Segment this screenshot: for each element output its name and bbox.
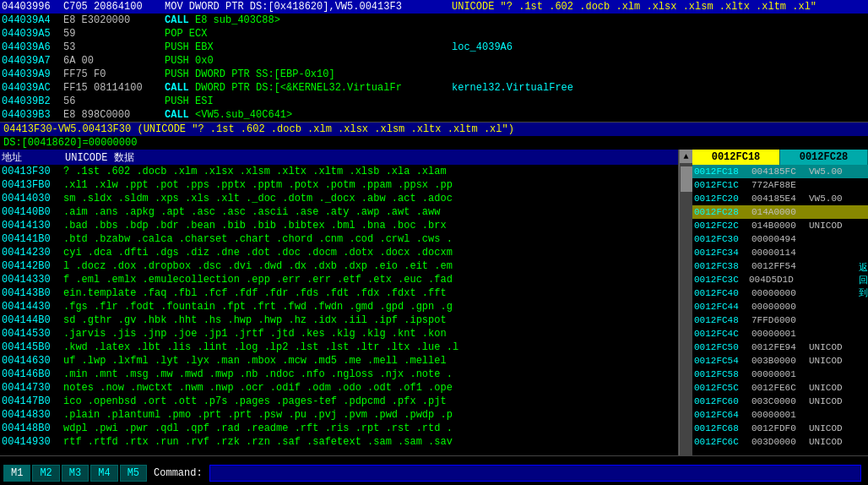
mem-row[interactable]: 0012FC64 00000001 bbox=[692, 408, 868, 422]
unicode-row-data: .jarvis .jis .jnp .joe .jp1 .jrtf .jtd .… bbox=[63, 328, 678, 340]
unicode-row-data: .plain .plantuml .pmo .prt .prt .psw .pu… bbox=[63, 409, 678, 421]
unicode-row[interactable]: 00414630uf .lwp .lxfml .lyt .lyx .man .m… bbox=[0, 354, 678, 368]
disasm-row-6[interactable]: 044039AC FF15 08114100 CALL DWORD PTR DS… bbox=[0, 81, 868, 95]
unicode-row[interactable]: 00413FB0.xl1 .xlw .ppt .pot .pps .pptx .… bbox=[0, 178, 678, 192]
unicode-row-addr: 004141B0 bbox=[0, 233, 63, 245]
unicode-row-addr: 00414130 bbox=[0, 220, 63, 232]
tab-bar: M1M2M3M4M5 bbox=[0, 456, 147, 485]
mem-addr: 0012FC50 bbox=[692, 342, 751, 352]
unicode-row-addr: 00414430 bbox=[0, 301, 63, 313]
unicode-row-addr: 00414830 bbox=[0, 409, 63, 421]
disasm-addr-5: 044039A9 bbox=[0, 68, 63, 80]
mem-row[interactable]: 0012FC40 00000000 bbox=[692, 286, 868, 300]
mem-addr: 0012FC28 bbox=[692, 207, 751, 217]
disasm-row-2[interactable]: 044039A5 59 POP ECX bbox=[0, 27, 868, 41]
mem-row[interactable]: 0012FC34 00000114 bbox=[692, 246, 868, 259]
unicode-row-data: wdpl .pwi .pwr .qdl .qpf .rad .readme .r… bbox=[63, 422, 678, 434]
disasm-bytes-3: 53 bbox=[63, 41, 165, 53]
unicode-row[interactable]: 00413F30? .1st .602 .docb .xlm .xlsx .xl… bbox=[0, 165, 678, 178]
unicode-row[interactable]: 004148B0wdpl .pwi .pwr .qdl .qpf .rad .r… bbox=[0, 422, 678, 435]
tab-m3[interactable]: M3 bbox=[62, 465, 89, 482]
mem-row[interactable]: 0012FC6C 003D0000 UNICOD bbox=[692, 435, 868, 449]
scroll-up-arrow[interactable]: ▲ bbox=[680, 150, 693, 163]
mem-row[interactable]: 0012FC50 0012FE94 UNICOD bbox=[692, 341, 868, 354]
unicode-row[interactable]: 004141B0.btd .bzabw .calca .charset .cha… bbox=[0, 232, 678, 246]
unicode-row[interactable]: 00414330f .eml .emlx .emulecollection .e… bbox=[0, 273, 678, 286]
mem-row[interactable]: 0012FC3C 004D5D1D 返回到 bbox=[692, 273, 868, 286]
mem-val1: 00000001 bbox=[751, 329, 809, 339]
unicode-panel: 地址 UNICODE 数据 00413F30? .1st .602 .docb … bbox=[0, 150, 679, 455]
mem-row[interactable]: 0012FC5C 0012FE6C UNICOD bbox=[692, 381, 868, 395]
unicode-row-addr: 004148B0 bbox=[0, 422, 63, 434]
mem-row[interactable]: 0012FC38 0012FF54 bbox=[692, 259, 868, 273]
mem-addr: 0012FC18 bbox=[692, 166, 751, 177]
mem-row[interactable]: 0012FC44 00000000 bbox=[692, 300, 868, 313]
unicode-row[interactable]: 004140B0.aim .ans .apkg .apt .asc .asc .… bbox=[0, 205, 678, 219]
mem-val1: 00000000 bbox=[751, 302, 809, 312]
disasm-row-4[interactable]: 044039A7 6A 00 PUSH 0x0 bbox=[0, 54, 868, 68]
mem-addr: 0012FC20 bbox=[692, 193, 751, 204]
info-bar-1: 04413F30-VW5.00413F30 (UNICODE "? .1st .… bbox=[0, 123, 868, 136]
mem-val2: UNICOD bbox=[809, 437, 866, 447]
mem-row[interactable]: 0012FC18 004185FC VW5.00 bbox=[692, 165, 868, 178]
mem-row[interactable]: 0012FC28 014A0000 bbox=[692, 205, 868, 219]
unicode-row[interactable]: 004146B0.min .mnt .msg .mw .mwd .mwp .nb… bbox=[0, 368, 678, 381]
unicode-row[interactable]: 004147B0ico .openbsd .ort .ott .p7s .pag… bbox=[0, 395, 678, 408]
disasm-bytes-7: 56 bbox=[63, 95, 165, 107]
mem-row[interactable]: 0012FC20 004185E4 VW5.00 bbox=[692, 192, 868, 205]
unicode-row[interactable]: 004143B0ein.template .faq .fbl .fcf .fdf… bbox=[0, 286, 678, 300]
mem-row[interactable]: 0012FC48 7FFD6000 bbox=[692, 313, 868, 327]
disasm-row-5[interactable]: 044039A9 FF75 F0 PUSH DWORD PTR SS:[EBP-… bbox=[0, 68, 868, 81]
disasm-bytes-0: C705 20864100 bbox=[63, 1, 165, 13]
unicode-row[interactable]: 004142B0l .docz .dox .dropbox .dsc .dvi … bbox=[0, 259, 678, 273]
mem-val2: UNICOD bbox=[809, 221, 866, 231]
unicode-row-addr: 004146B0 bbox=[0, 368, 63, 380]
mem-val1: 7FFD6000 bbox=[751, 315, 809, 325]
mem-val1: 00000001 bbox=[751, 410, 809, 420]
unicode-row[interactable]: 004144B0sd .gthr .gv .hbk .hht .hs .hwp … bbox=[0, 313, 678, 327]
disasm-row-7[interactable]: 044039B2 56 PUSH ESI bbox=[0, 95, 868, 108]
mem-row[interactable]: 0012FC1C 772AF88E bbox=[692, 178, 868, 192]
unicode-row-addr: 00414930 bbox=[0, 436, 63, 448]
unicode-scrollbar[interactable]: ▲ bbox=[679, 150, 692, 455]
unicode-row[interactable]: 00414730notes .now .nwctxt .nwm .nwp .oc… bbox=[0, 381, 678, 395]
disasm-row-3[interactable]: 044039A6 53 PUSH EBX loc_4039A6 bbox=[0, 41, 868, 54]
unicode-row[interactable]: 00414430.fgs .flr .fodt .fountain .fpt .… bbox=[0, 300, 678, 313]
unicode-row[interactable]: 00414830.plain .plantuml .pmo .prt .prt … bbox=[0, 408, 678, 422]
unicode-row[interactable]: 00414230cyi .dca .dfti .dgs .diz .dne .d… bbox=[0, 246, 678, 259]
disasm-row-8[interactable]: 044039B3 E8 898C0000 CALL <VW5.sub_40C64… bbox=[0, 108, 868, 122]
unicode-row[interactable]: 00414030sm .sldx .sldm .xps .xls .xlt ._… bbox=[0, 192, 678, 205]
unicode-row[interactable]: 00414130.bad .bbs .bdp .bdr .bean .bib .… bbox=[0, 219, 678, 232]
mem-addr: 0012FC58 bbox=[692, 369, 751, 379]
mem-row[interactable]: 0012FC54 003B0000 UNICOD bbox=[692, 354, 868, 368]
mem-row[interactable]: 0012FC4C 00000001 bbox=[692, 327, 868, 341]
scroll-thumb[interactable] bbox=[681, 166, 692, 192]
mem-row[interactable]: 0012FC58 00000001 bbox=[692, 368, 868, 381]
unicode-row-addr: 00413F30 bbox=[0, 166, 63, 177]
mem-row[interactable]: 0012FC30 00000494 bbox=[692, 232, 868, 246]
mem-col-header-2[interactable]: 0012FC28 bbox=[780, 150, 868, 165]
tab-m5[interactable]: M5 bbox=[120, 465, 147, 482]
mem-row[interactable]: 0012FC2C 014B0000 UNICOD bbox=[692, 219, 868, 232]
disasm-row-0[interactable]: 04403996 C705 20864100 MOV DWORD PTR DS:… bbox=[0, 0, 868, 14]
mem-row[interactable]: 0012FC60 003C0000 UNICOD bbox=[692, 395, 868, 408]
mem-col-header-1[interactable]: 0012FC18 bbox=[692, 150, 780, 165]
tab-m1[interactable]: M1 bbox=[3, 465, 30, 482]
disasm-addr-4: 044039A7 bbox=[0, 55, 63, 67]
command-input[interactable] bbox=[209, 465, 861, 482]
mem-addr: 0012FC34 bbox=[692, 248, 751, 258]
unicode-row[interactable]: 00414530.jarvis .jis .jnp .joe .jp1 .jrt… bbox=[0, 327, 678, 341]
unicode-row-addr: 00414630 bbox=[0, 355, 63, 367]
mem-val1: 003D0000 bbox=[751, 437, 809, 447]
mem-addr: 0012FC68 bbox=[692, 423, 751, 433]
tab-m2[interactable]: M2 bbox=[32, 465, 59, 482]
mem-val2: UNICOD bbox=[809, 396, 866, 406]
unicode-row[interactable]: 004145B0.kwd .latex .lbt .lis .lint .log… bbox=[0, 341, 678, 354]
unicode-row-data: .btd .bzabw .calca .charset .chart .chor… bbox=[63, 233, 678, 245]
mem-rows: 0012FC18 004185FC VW5.00 0012FC1C 772AF8… bbox=[692, 165, 868, 455]
unicode-row[interactable]: 00414930rtf .rtfd .rtx .run .rvf .rzk .r… bbox=[0, 435, 678, 449]
disasm-row-1[interactable]: 044039A4 E8 E3020000 CALL E8 sub_403C88> bbox=[0, 14, 868, 27]
unicode-row-addr: 00414330 bbox=[0, 274, 63, 286]
tab-m4[interactable]: M4 bbox=[90, 465, 117, 482]
mem-row[interactable]: 0012FC68 0012FDF0 UNICOD bbox=[692, 422, 868, 435]
